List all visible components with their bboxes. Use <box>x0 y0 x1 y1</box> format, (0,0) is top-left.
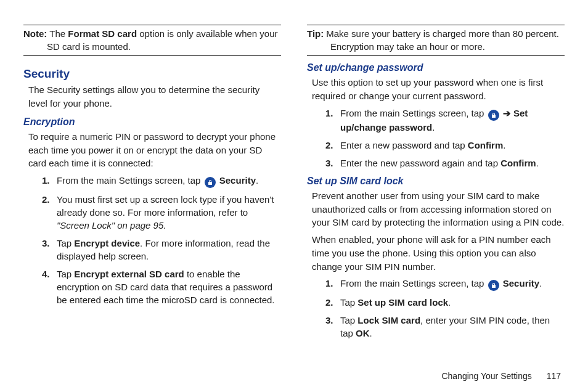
step-text: From the main Settings screen, tap ➔ Set… <box>340 107 565 134</box>
note-label: Note: <box>23 28 47 40</box>
footer-title: Changing Your Settings <box>441 371 531 381</box>
list-item: 1. From the main Settings screen, tap ➔ … <box>325 107 565 134</box>
tip-label: Tip: <box>307 28 324 40</box>
step-text: From the main Settings screen, tap Secur… <box>57 174 281 188</box>
section-intro: The Security settings allow you to deter… <box>28 83 281 110</box>
lock-icon <box>488 280 499 291</box>
list-item: 2. You must first set up a screen lock t… <box>42 193 281 232</box>
step-number: 1. <box>325 107 340 134</box>
step-text: You must first set up a screen lock type… <box>57 193 281 232</box>
divider <box>307 25 565 25</box>
note-text: The Format SD card option is only availa… <box>49 28 277 40</box>
lock-icon <box>488 110 499 121</box>
step-text: Tap Lock SIM card, enter your SIM PIN co… <box>340 314 565 340</box>
step-number: 2. <box>42 193 57 232</box>
step-number: 2. <box>325 296 340 309</box>
subsection-title-password: Set up/change password <box>307 62 565 73</box>
divider <box>307 55 565 56</box>
step-number: 1. <box>325 277 340 291</box>
sim-steps: 1. From the main Settings screen, tap Se… <box>325 277 565 340</box>
step-number: 3. <box>325 314 340 340</box>
step-number: 3. <box>325 157 340 169</box>
step-text: Tap Encrypt external SD card to enable t… <box>57 267 281 306</box>
step-text: Enter the new password again and tap Con… <box>340 157 565 169</box>
list-item: 2. Enter a new password and tap Confirm. <box>325 139 565 152</box>
sim-paragraph-1: Prevent another user from using your SIM… <box>312 189 565 229</box>
encryption-steps: 1. From the main Settings screen, tap Se… <box>42 174 281 306</box>
tip-text: Make sure your battery is charged more t… <box>326 28 559 40</box>
divider <box>23 25 281 25</box>
step-number: 4. <box>42 267 57 306</box>
sim-paragraph-2: When enabled, your phone will ask for a … <box>312 233 565 273</box>
list-item: 3. Tap Lock SIM card, enter your SIM PIN… <box>325 314 565 340</box>
list-item: 4. Tap Encrypt external SD card to enabl… <box>42 267 281 306</box>
step-number: 2. <box>325 139 340 152</box>
step-number: 3. <box>42 237 57 263</box>
subsection-title-sim: Set up SIM card lock <box>307 176 565 187</box>
step-text: Enter a new password and tap Confirm. <box>340 139 565 152</box>
list-item: 3. Tap Encrypt device. For more informat… <box>42 237 281 263</box>
note-continuation: SD card is mounted. <box>23 41 281 52</box>
password-steps: 1. From the main Settings screen, tap ➔ … <box>325 107 565 169</box>
list-item: 3. Enter the new password again and tap … <box>325 157 565 169</box>
encryption-intro: To require a numeric PIN or password to … <box>28 130 281 170</box>
step-number: 1. <box>42 174 57 188</box>
right-column: Tip: Make sure your battery is charged m… <box>307 22 565 366</box>
page-number: 117 <box>547 371 561 381</box>
tip-block: Tip: Make sure your battery is charged m… <box>307 28 565 52</box>
step-text: Tap Set up SIM card lock. <box>340 296 565 309</box>
lock-icon <box>205 177 216 188</box>
list-item: 2. Tap Set up SIM card lock. <box>325 296 565 309</box>
tip-continuation: Encryption may take an hour or more. <box>307 41 565 52</box>
section-title-security: Security <box>23 67 281 81</box>
subsection-title-encryption: Encryption <box>23 116 281 128</box>
divider <box>23 55 281 56</box>
left-column: Note: The Format SD card option is only … <box>23 22 281 366</box>
step-text: From the main Settings screen, tap Secur… <box>340 277 565 291</box>
page-footer: Changing Your Settings 117 <box>23 366 565 381</box>
list-item: 1. From the main Settings screen, tap Se… <box>42 174 281 188</box>
password-intro: Use this option to set up your password … <box>312 76 565 103</box>
list-item: 1. From the main Settings screen, tap Se… <box>325 277 565 291</box>
step-text: Tap Encrypt device. For more information… <box>57 237 281 263</box>
note-block: Note: The Format SD card option is only … <box>23 28 281 52</box>
